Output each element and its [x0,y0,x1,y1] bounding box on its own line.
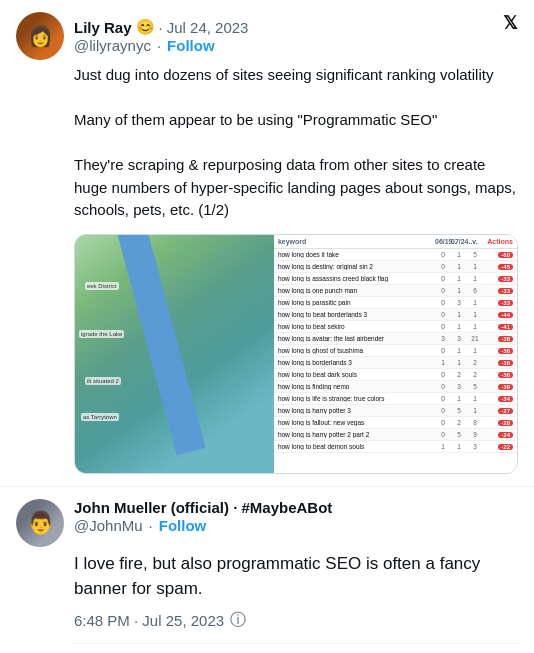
row-keyword: how long is harry potter 3 [278,407,435,414]
tweet1-body: Just dug into dozens of sites seeing sig… [74,64,518,474]
tweet2: 👨 John Mueller (official) · #MaybeABot @… [0,487,534,654]
row-badge: -33 [483,299,513,306]
row-n2: 1 [451,359,467,366]
row-badge: -41 [483,323,513,330]
tweet2-follow-button[interactable]: Follow [159,517,207,534]
tweet1-display-name: Lily Ray [74,19,132,36]
row-n3: 2 [467,359,483,366]
table-row: how long to beat demon souls 1 1 3 -22 [274,441,517,453]
row-n1: 0 [435,371,451,378]
tweet1: 👩 Lily Ray 😊 · Jul 24, 2023 @lilyraynyc … [0,0,534,487]
table-body: how long does it take 0 1 5 -60 how long… [274,249,517,453]
tweet1-header-left: 👩 Lily Ray 😊 · Jul 24, 2023 @lilyraynyc … [16,12,248,60]
tweet1-dot2: · [157,37,161,54]
col-vol: v. [467,238,483,245]
row-keyword: how long does it take [278,251,435,258]
table-row: how long is assassins creed black flag 0… [274,273,517,285]
row-badge: -38 [483,335,513,342]
row-keyword: how long to beat sekiro [278,323,435,330]
tweet2-body: I love fire, but also programmatic SEO i… [74,551,518,654]
row-keyword: how long is assassins creed black flag [278,275,435,282]
tweet2-username: @JohnMu [74,517,143,534]
row-n2: 1 [451,311,467,318]
tweet1-emoji: 😊 [136,18,155,36]
tweet1-header: 👩 Lily Ray 😊 · Jul 24, 2023 @lilyraynyc … [16,12,518,60]
tweet2-text: I love fire, but also programmatic SEO i… [74,551,518,602]
row-n3: 5 [467,383,483,390]
row-n1: 0 [435,299,451,306]
table-row: how long to beat sekiro 0 1 1 -41 [274,321,517,333]
table-row: how long is destiny: original sin 2 0 1 … [274,261,517,273]
row-n2: 1 [451,347,467,354]
row-n3: 2 [467,371,483,378]
row-n3: 1 [467,323,483,330]
row-badge: -39 [483,383,513,390]
tweet1-text: Just dug into dozens of sites seeing sig… [74,64,518,222]
table-row: how long is life is strange: true colors… [274,393,517,405]
tweet1-username-row: @lilyraynyc · Follow [74,37,248,54]
tweet2-dot: · [149,517,153,534]
row-badge: -45 [483,263,513,270]
info-icon[interactable]: ⓘ [230,610,518,631]
row-badge: -34 [483,395,513,402]
row-n3: 5 [467,251,483,258]
table-header: keyword 06/19.. 07/24.. v. Actions [274,235,517,249]
tweet1-image: eek District igrade the Lake ilt situate… [74,234,518,474]
row-n2: 1 [451,251,467,258]
row-keyword: how long to beat dark souls [278,371,435,378]
tweet1-line3: They're scraping & repurposing data from… [74,156,516,218]
row-n3: 1 [467,347,483,354]
tweet1-timestamp: Jul 24, 2023 [167,19,249,36]
row-n1: 0 [435,383,451,390]
row-badge: -60 [483,251,513,258]
row-n3: 9 [467,431,483,438]
table-row: how long is harry potter 2 part 2 0 5 9 … [274,429,517,441]
row-badge: -24 [483,431,513,438]
row-badge: -44 [483,311,513,318]
row-keyword: how long is finding nemo [278,383,435,390]
avatar1-img: 👩 [16,12,64,60]
avatar1[interactable]: 👩 [16,12,64,60]
row-n1: 1 [435,443,451,450]
tweet2-timestamp: 6:48 PM · Jul 25, 2023 [74,612,224,629]
tweet1-username: @lilyraynyc [74,37,151,54]
row-keyword: how long is fallout: new vegas [278,419,435,426]
row-n1: 1 [435,359,451,366]
row-n2: 5 [451,431,467,438]
row-n2: 1 [451,323,467,330]
map-river [115,235,206,455]
tweet1-user-info: Lily Ray 😊 · Jul 24, 2023 @lilyraynyc · … [74,18,248,54]
tweet2-meta: 6:48 PM · Jul 25, 2023 ⓘ [74,610,518,631]
row-n1: 0 [435,431,451,438]
map-label-tarrytown: as Tarrytown [81,413,119,421]
tweet1-line2: Many of them appear to be using "Program… [74,111,437,128]
keyword-table: keyword 06/19.. 07/24.. v. Actions how l… [274,235,517,473]
row-n2: 3 [451,299,467,306]
tweet1-follow-button[interactable]: Follow [167,37,215,54]
row-n2: 1 [451,395,467,402]
row-keyword: how long is destiny: original sin 2 [278,263,435,270]
map-label-district: eek District [85,282,119,290]
tweet2-display-name: John Mueller (official) · #MaybeABot [74,499,332,516]
table-row: how long to beat borderlands 3 0 1 1 -44 [274,309,517,321]
row-n1: 0 [435,323,451,330]
row-n3: 3 [467,443,483,450]
row-badge: -33 [483,287,513,294]
row-n1: 3 [435,335,451,342]
col-keyword: keyword [278,238,435,245]
avatar2[interactable]: 👨 [16,499,64,547]
row-keyword: how long is parasitic pain [278,299,435,306]
row-n2: 5 [451,407,467,414]
col-date2: 07/24.. [451,238,467,245]
row-n3: 8 [467,419,483,426]
row-n1: 0 [435,395,451,402]
table-row: how long is fallout: new vegas 0 2 8 -28 [274,417,517,429]
table-row: how long is borderlands 3 1 1 2 -36 [274,357,517,369]
table-row: how long is finding nemo 0 3 5 -39 [274,381,517,393]
row-n1: 0 [435,251,451,258]
x-logo-icon[interactable]: 𝕏 [503,12,518,34]
table-row: how long is harry potter 3 0 5 1 -27 [274,405,517,417]
row-n1: 0 [435,419,451,426]
row-keyword: how long is borderlands 3 [278,359,435,366]
map-label-situated: ilt situated 2 [85,377,121,385]
